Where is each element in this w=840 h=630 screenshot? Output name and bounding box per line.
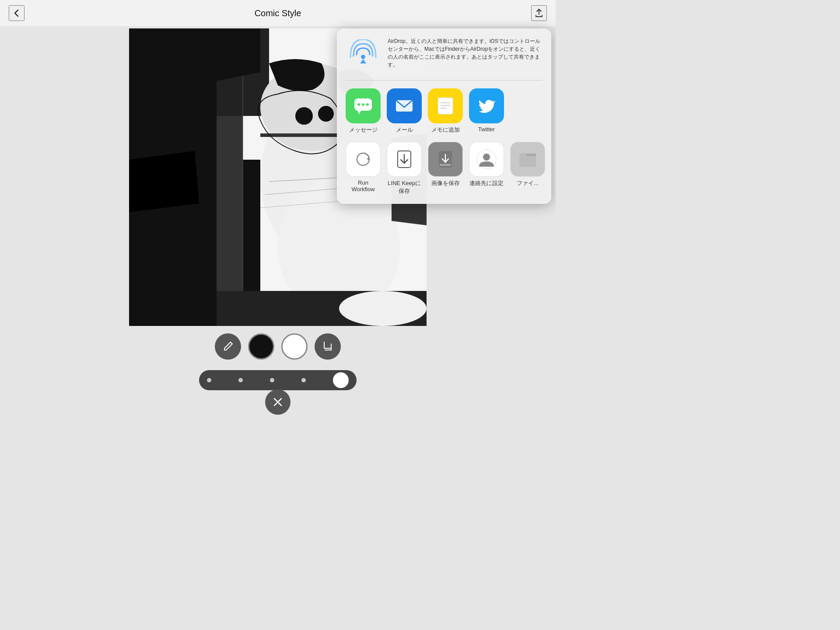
action-save-image-item[interactable]: 画像を保存 bbox=[428, 142, 463, 187]
navigation-bar: Comic Style bbox=[0, 0, 556, 26]
airdrop-section: AirDrop。近くの人と簡単に共有できます。iOSではコントロールセンターから… bbox=[346, 37, 542, 80]
svg-point-19 bbox=[357, 103, 360, 106]
svg-marker-22 bbox=[357, 111, 361, 114]
messages-icon bbox=[346, 88, 381, 123]
svg-point-34 bbox=[483, 154, 490, 161]
slider-dot-3 bbox=[270, 378, 274, 382]
twitter-label: Twitter bbox=[478, 126, 495, 133]
action-line-keep-item[interactable]: LINE Keepに保存 bbox=[387, 142, 422, 195]
svg-point-21 bbox=[366, 103, 369, 106]
workflow-label: Run Workflow bbox=[346, 179, 381, 192]
mail-icon bbox=[387, 88, 422, 123]
notes-icon bbox=[428, 88, 463, 123]
contact-action-icon bbox=[469, 142, 504, 177]
svg-marker-29 bbox=[367, 157, 370, 161]
close-button[interactable] bbox=[265, 389, 290, 415]
slider-bar[interactable] bbox=[199, 370, 357, 390]
share-messages-item[interactable]: メッセージ bbox=[346, 88, 381, 134]
slider-dot-active bbox=[333, 372, 349, 388]
share-panel: AirDrop。近くの人と簡単に共有できます。iOSではコントロールセンターから… bbox=[337, 28, 551, 204]
white-color-button[interactable] bbox=[281, 333, 308, 360]
apps-row: メッセージ メール メモに追加 bbox=[346, 88, 542, 134]
crop-tool-button[interactable] bbox=[315, 333, 341, 360]
pen-tool-button[interactable] bbox=[215, 333, 241, 360]
slider-dot-4 bbox=[301, 378, 306, 382]
actions-row: Run Workflow LINE Keepに保存 画像を保存 bbox=[346, 142, 542, 195]
airdrop-description: AirDrop。近くの人と簡単に共有できます。iOSではコントロールセンターから… bbox=[388, 37, 542, 69]
files-action-icon bbox=[510, 142, 545, 177]
svg-rect-9 bbox=[260, 133, 339, 137]
svg-point-7 bbox=[295, 107, 313, 125]
svg-point-15 bbox=[339, 291, 427, 326]
share-button[interactable] bbox=[531, 5, 547, 21]
page-title: Comic Style bbox=[255, 8, 301, 18]
airdrop-icon bbox=[346, 37, 381, 72]
svg-point-8 bbox=[318, 106, 334, 122]
twitter-icon bbox=[469, 88, 504, 123]
files-label: ファイ... bbox=[517, 179, 539, 187]
share-notes-item[interactable]: メモに追加 bbox=[428, 88, 463, 134]
action-files-item[interactable]: ファイ... bbox=[510, 142, 545, 187]
save-image-action-icon bbox=[428, 142, 463, 177]
workflow-action-icon bbox=[346, 142, 381, 177]
share-twitter-item[interactable]: Twitter bbox=[469, 88, 504, 133]
svg-point-17 bbox=[361, 55, 365, 59]
back-button[interactable] bbox=[9, 5, 24, 21]
contact-label: 連絡先に設定 bbox=[469, 179, 504, 187]
slider-dot-1 bbox=[207, 378, 211, 382]
black-color-button[interactable] bbox=[248, 333, 274, 360]
bottom-toolbar bbox=[215, 333, 341, 360]
slider-dot-2 bbox=[238, 378, 243, 382]
mail-label: メール bbox=[396, 126, 413, 134]
notes-label: メモに追加 bbox=[431, 126, 460, 134]
share-mail-item[interactable]: メール bbox=[387, 88, 422, 134]
line-keep-label: LINE Keepに保存 bbox=[387, 179, 422, 195]
messages-label: メッセージ bbox=[349, 126, 378, 134]
svg-rect-32 bbox=[440, 164, 451, 166]
action-contact-item[interactable]: 連絡先に設定 bbox=[469, 142, 504, 187]
line-keep-action-icon bbox=[387, 142, 422, 177]
save-image-label: 画像を保存 bbox=[431, 179, 460, 187]
action-workflow-item[interactable]: Run Workflow bbox=[346, 142, 381, 192]
svg-point-20 bbox=[362, 103, 364, 106]
